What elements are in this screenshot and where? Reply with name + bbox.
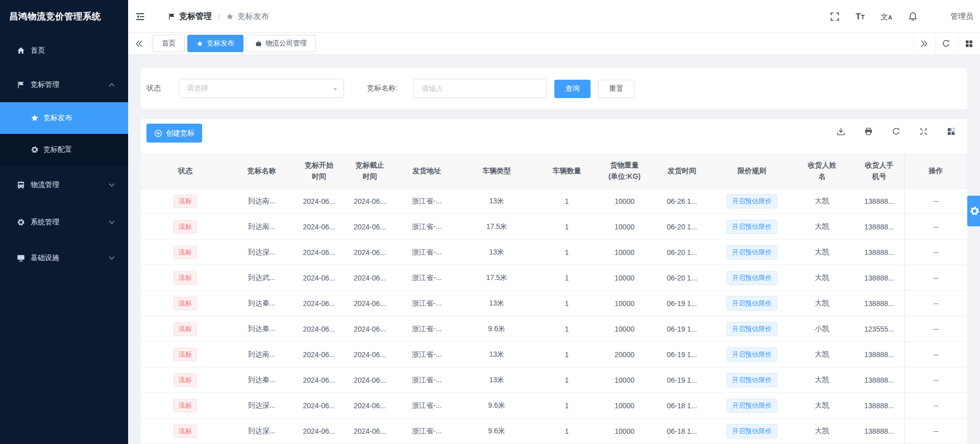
cell-text: 123555... xyxy=(864,325,894,333)
cell: 06-20 1... xyxy=(650,240,714,265)
cell: 浙江省-... xyxy=(395,291,458,316)
tabs-layout-grid-icon[interactable] xyxy=(965,39,973,48)
column-header: 发货地址 xyxy=(395,154,458,189)
notification-bell-icon[interactable] xyxy=(908,12,918,21)
tab-2[interactable]: 竞标发布 xyxy=(187,35,243,52)
search-button[interactable]: 查询 xyxy=(554,80,591,98)
column-header-line: 限价规则 xyxy=(738,167,766,175)
cell: 123555... xyxy=(854,316,904,342)
cell-text: -- xyxy=(934,248,938,256)
cell-text: 到达秦... xyxy=(248,299,276,307)
cell: 到达深... xyxy=(230,393,293,418)
cell-text: -- xyxy=(934,376,938,384)
bid-name-input[interactable] xyxy=(413,79,547,98)
cell-text: 1 xyxy=(565,299,569,308)
cell-text: -- xyxy=(934,197,938,205)
sidebar: 昌鸿物流竞价管理系统 首页竞标管理竞标发布竞标配置物流管理系统管理基础设施 xyxy=(0,0,128,444)
cell: 138888... xyxy=(854,367,904,393)
font-size-icon[interactable]: TT xyxy=(855,12,865,21)
fixed-column-divider xyxy=(904,154,905,444)
sidebar-item-6[interactable]: 系统管理 xyxy=(0,204,128,240)
export-download-icon[interactable] xyxy=(837,127,845,136)
theme-settings-flyout[interactable] xyxy=(967,196,980,226)
cell: 1 xyxy=(535,214,599,240)
tabs-scroll-right-icon[interactable] xyxy=(920,39,928,48)
cell: 10000 xyxy=(599,418,650,444)
cell: 开启预估限价 xyxy=(714,291,790,316)
tab-1[interactable]: 首页 xyxy=(153,35,185,52)
cell: 17.5米 xyxy=(458,214,535,240)
cell-text: 17.5米 xyxy=(486,273,507,282)
status-select[interactable]: 请选择 xyxy=(179,79,344,98)
refresh-icon[interactable] xyxy=(892,127,900,136)
cell: 2024-06... xyxy=(293,316,345,342)
cell: 2024-06... xyxy=(293,418,345,444)
tabs-scroll-left-icon[interactable] xyxy=(135,39,143,48)
sidebar-item-7[interactable]: 基础设施 xyxy=(0,240,128,276)
sidebar-item-3[interactable]: 竞标发布 xyxy=(0,102,128,134)
cell-text: 大凯 xyxy=(815,350,829,358)
cell: 大凯 xyxy=(790,189,854,214)
sidebar-item-2[interactable]: 竞标管理 xyxy=(0,67,128,102)
status-badge: 流标 xyxy=(174,297,197,310)
translate-icon[interactable]: 文A xyxy=(880,13,892,20)
sidebar-collapse-icon[interactable] xyxy=(135,12,145,21)
cell-text: 到达深... xyxy=(248,427,276,435)
cell: 大凯 xyxy=(790,342,854,367)
cell-text: 2024-06... xyxy=(354,197,386,205)
user-menu[interactable]: 管理员 xyxy=(950,12,973,21)
create-bid-button[interactable]: 创建竞标 xyxy=(146,124,202,143)
cell-text: 2024-06... xyxy=(354,402,386,410)
cell: 06-18 1... xyxy=(650,418,714,444)
cell: 06-19 1... xyxy=(650,316,714,342)
cell: 开启预估限价 xyxy=(714,342,790,367)
cell-text: 06-19 1... xyxy=(667,325,697,333)
reset-button[interactable]: 重置 xyxy=(598,80,634,98)
cell-text: -- xyxy=(934,402,938,410)
table-row: 流标到达深...2024-06...2024-06...浙江省-...13米11… xyxy=(141,240,967,265)
cell: 138888... xyxy=(854,342,904,367)
cell: 06-20 1... xyxy=(650,265,714,291)
cell-text: 10000 xyxy=(615,274,634,282)
print-icon[interactable] xyxy=(864,127,873,136)
cell-text: 浙江省-... xyxy=(412,273,442,282)
column-header-line: 名 xyxy=(819,172,826,180)
cell-text: 2024-06... xyxy=(303,427,335,435)
cell-text: 10000 xyxy=(615,299,634,308)
cell-text: 2024-06... xyxy=(354,299,386,308)
cell: 13米 xyxy=(458,240,535,265)
cell-text: 2024-06... xyxy=(354,248,386,256)
fullscreen-icon[interactable] xyxy=(830,12,840,21)
expand-fullscreen-icon[interactable] xyxy=(919,127,928,136)
sidebar-item-label: 物流管理 xyxy=(31,180,59,190)
cell: -- xyxy=(904,240,967,265)
price-rule-badge: 开启预估限价 xyxy=(726,296,777,311)
cell-text: 1 xyxy=(565,350,569,359)
price-rule-badge: 开启预估限价 xyxy=(726,271,777,285)
cell-text: -- xyxy=(934,274,938,282)
sidebar-item-5[interactable]: 物流管理 xyxy=(0,166,128,204)
column-header: 竞标名称 xyxy=(230,154,293,189)
column-header-line: 机号 xyxy=(872,172,887,180)
cell: 大凯 xyxy=(790,240,854,265)
column-header-line: 竞标名称 xyxy=(248,167,276,175)
cell-text: 到达秦... xyxy=(248,324,276,333)
cell-text: 13米 xyxy=(489,376,504,384)
sidebar-item-label: 首页 xyxy=(31,46,45,55)
breadcrumb-parent[interactable]: 竞标管理 xyxy=(179,11,212,22)
tabs-refresh-icon[interactable] xyxy=(942,39,950,48)
cell: 10000 xyxy=(599,189,650,214)
cell-text: 浙江省-... xyxy=(412,248,442,256)
tab-3[interactable]: 物流公司管理 xyxy=(246,35,316,52)
cell: 流标 xyxy=(141,265,230,291)
table-row: 流标到达南...2024-06...2024-06...浙江省-...17.5米… xyxy=(141,214,967,240)
sidebar-item-4[interactable]: 竞标配置 xyxy=(0,134,128,166)
column-header-line: 车辆类型 xyxy=(482,167,511,175)
column-settings-icon[interactable] xyxy=(947,127,955,136)
cell: 13米 xyxy=(458,367,535,393)
column-header: 货物重量(单位:KG) xyxy=(599,154,650,189)
status-badge: 流标 xyxy=(174,373,197,387)
status-badge: 流标 xyxy=(174,322,197,336)
sidebar-item-1[interactable]: 首页 xyxy=(0,34,128,67)
table-row: 流标到达南...2024-06...2024-06...浙江省-...13米12… xyxy=(141,342,967,367)
